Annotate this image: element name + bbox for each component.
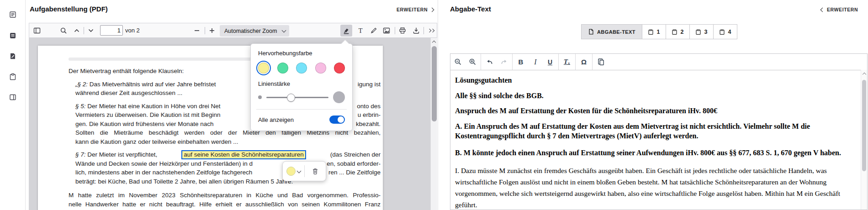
editor-panel-title: Abgabe-Text — [450, 5, 491, 13]
editor-paragraph[interactable]: Lösungsgutachten — [455, 75, 854, 85]
zoom-select[interactable]: Automatischer Zoom — [220, 25, 289, 37]
remove-format-button[interactable]: Tₓ — [560, 54, 574, 70]
scroll-up-button[interactable] — [431, 38, 437, 46]
print-button[interactable] — [397, 25, 408, 37]
tab-attempt-4[interactable]: 4 — [713, 24, 737, 39]
clause-text: Der Mieter hat eine Kaution in Höhe von … — [86, 103, 221, 110]
clause-text-fragment: kbezahlt. — [356, 120, 381, 129]
pdf-clause-7: § 7: Der Mieter ist verpflichtet, auf se… — [75, 150, 381, 186]
editor-paragraph[interactable]: I. Dazu müsste M zunächst ein fremdes Ge… — [455, 165, 854, 210]
chevron-right-icon — [430, 7, 434, 12]
article-icon[interactable] — [9, 11, 16, 18]
task-document-icon[interactable] — [9, 32, 16, 39]
toggle-sidebar-button[interactable] — [31, 25, 43, 37]
color-swatch-yellow[interactable] — [258, 63, 269, 74]
editor-paragraph[interactable]: A. Ein Anspruch des M auf Erstattung der… — [455, 121, 854, 141]
thickness-slider-row — [258, 91, 345, 104]
show-all-row: Alle anzeigen — [258, 114, 345, 125]
panel-divider — [438, 0, 438, 210]
highlight-color-popup: Hervorhebungsfarbe Linienstärke Alle anz… — [250, 43, 353, 131]
paste-button[interactable] — [593, 54, 608, 70]
tab-label: 2 — [680, 29, 683, 35]
chevron-left-icon — [820, 7, 825, 12]
clause-text: Das Mietverhältnis wird auf vier Jahre b… — [88, 81, 216, 88]
scroll-up-button[interactable] — [861, 70, 867, 77]
editor-zoom-out-button[interactable] — [450, 54, 465, 70]
tab-attempt-3[interactable]: 3 — [689, 24, 714, 39]
color-swatch-green[interactable] — [277, 63, 288, 74]
clause-text: Wände und Decken sowie der Heizkörper un… — [75, 159, 253, 168]
thickness-max-icon — [333, 91, 345, 103]
clause-text: Vermieters zu überweisen. Die Kaution is… — [75, 110, 220, 120]
search-icon[interactable] — [58, 25, 69, 37]
toolbar-separator — [481, 54, 481, 70]
popup-divider — [256, 109, 347, 110]
previous-page-button[interactable] — [71, 25, 83, 37]
special-character-button[interactable]: Ω — [577, 54, 591, 70]
toolbar-separator — [592, 54, 593, 70]
editor-tabs: ABGABE-TEXT 1 2 3 4 — [581, 24, 737, 39]
highlighter-tool-button[interactable] — [340, 25, 352, 37]
tab-attempt-2[interactable]: 2 — [666, 24, 690, 39]
draft-pencil-icon[interactable] — [9, 52, 16, 60]
scrollbar-thumb[interactable] — [432, 46, 437, 121]
app-window: Aufgabenstellung (PDF) ERWEITERN von 2 A… — [0, 0, 868, 210]
color-swatch-blue[interactable] — [296, 63, 307, 74]
highlight-annotation[interactable]: auf seine Kosten die Schönheitsreparatur… — [181, 150, 306, 159]
zoom-in-button[interactable] — [206, 25, 218, 37]
page-number-input[interactable] — [100, 25, 123, 36]
toolbar-separator — [84, 27, 84, 34]
pdf-line: § 7: Der Mieter ist verpflichtet, auf se… — [75, 150, 381, 159]
annotation-color-dropdown[interactable] — [283, 167, 304, 176]
draw-tool-button[interactable] — [368, 25, 380, 37]
clause-number: § 7: — [75, 151, 86, 158]
layout-panel-icon[interactable] — [9, 94, 16, 101]
chevron-up-icon — [432, 41, 436, 44]
editor-content[interactable]: Lösungsgutachten Alle §§ sind solche des… — [450, 70, 861, 210]
tab-label: 4 — [728, 29, 731, 35]
clause-text: Der Mieter ist verpflichtet, — [86, 151, 158, 158]
editor-scrollbar[interactable] — [861, 70, 867, 210]
pdf-expand-button[interactable]: ERWEITERN — [397, 7, 434, 12]
tab-abgabe-text[interactable]: ABGABE-TEXT — [581, 24, 642, 39]
faded-heading-line — [69, 58, 254, 61]
document-icon — [588, 28, 594, 35]
show-all-toggle[interactable] — [329, 116, 345, 124]
pdf-scrollbar[interactable] — [430, 38, 437, 210]
editor-expand-button[interactable]: ERWEITERN — [821, 7, 858, 12]
redo-button[interactable] — [497, 54, 511, 70]
editor-paragraph[interactable]: B. M könnte jedoch einen Anspruch auf Er… — [455, 148, 854, 158]
slider-thumb[interactable] — [287, 94, 295, 102]
undo-button[interactable] — [482, 54, 497, 70]
tab-attempt-1[interactable]: 1 — [642, 24, 666, 39]
download-button[interactable] — [410, 25, 422, 37]
thickness-slider[interactable] — [266, 97, 328, 98]
double-chevron-right-icon — [428, 29, 434, 32]
pdf-line: M hatte zuletzt im November 2023 Schönhe… — [69, 191, 381, 200]
italic-button[interactable]: I — [528, 54, 543, 70]
zoom-select-value: Automatischer Zoom — [224, 28, 277, 34]
underline-button[interactable]: U — [543, 54, 557, 70]
editor-paragraph[interactable]: Anspruch des M auf Erstattung der Kosten… — [455, 106, 854, 116]
more-tools-button[interactable] — [425, 25, 437, 37]
clause-text: lich, mindestens aber in der nachstehend… — [75, 168, 252, 177]
clipboard-icon[interactable] — [9, 73, 16, 80]
zoom-out-button[interactable] — [191, 25, 203, 37]
editor-paragraph[interactable]: Alle §§ sind solche des BGB. — [455, 91, 854, 101]
color-swatch-red[interactable] — [334, 63, 345, 74]
color-swatch-pink[interactable] — [315, 63, 326, 74]
editor-zoom-in-button[interactable] — [465, 54, 480, 70]
bold-button[interactable]: B — [513, 54, 528, 70]
clause-text-fragment: u erbrin- — [358, 110, 381, 120]
free-text-tool-button[interactable]: T — [355, 25, 366, 37]
pdf-line: kann die Kaution ganz oder teilweise ein… — [75, 137, 381, 147]
clause-text-fragment: ren ... Die Zeitfolge — [328, 168, 381, 177]
pdf-line: lich, mindestens aber in der nachstehend… — [75, 168, 381, 177]
pdf-expand-label: ERWEITERN — [397, 7, 428, 12]
delete-annotation-button[interactable] — [305, 168, 326, 175]
scrollbar-thumb[interactable] — [862, 80, 866, 171]
editor-toolbar: B I U Tₓ Ω — [450, 54, 867, 70]
next-page-button[interactable] — [85, 25, 97, 37]
clipboard-icon — [672, 29, 677, 35]
image-tool-button[interactable] — [381, 25, 392, 37]
